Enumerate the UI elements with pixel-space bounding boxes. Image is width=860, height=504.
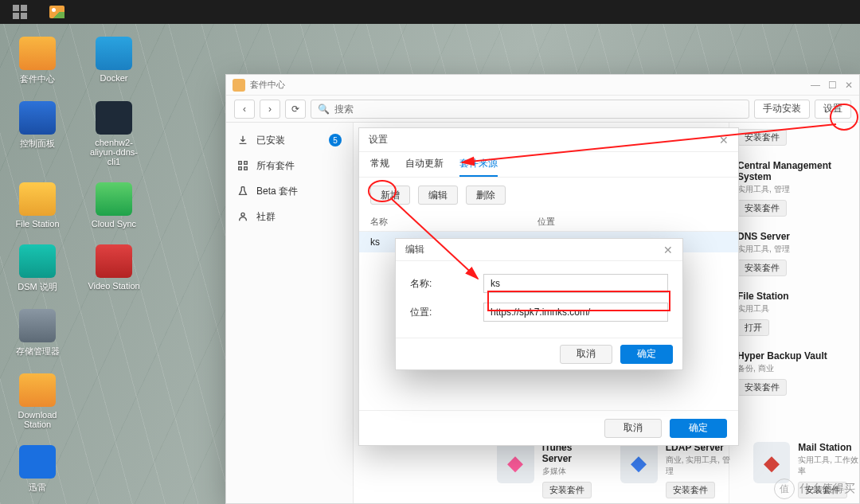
location-input[interactable] xyxy=(483,303,668,322)
app-icon xyxy=(233,79,245,92)
app-icon xyxy=(19,309,56,342)
svg-point-4 xyxy=(241,213,244,216)
search-input[interactable] xyxy=(334,104,742,115)
svg-rect-0 xyxy=(239,162,242,165)
desktop-icon[interactable]: Docker xyxy=(86,37,142,85)
package-icon: ◆ xyxy=(620,442,658,483)
desktop-icon[interactable]: 套件中心 xyxy=(10,37,65,85)
sidebar-item-label: Beta 套件 xyxy=(256,185,298,198)
desktop-icon[interactable]: Download Station xyxy=(10,373,65,429)
install-button[interactable]: 安装套件 xyxy=(666,482,715,498)
name-input[interactable] xyxy=(483,274,668,293)
tab[interactable]: 自动更新 xyxy=(405,157,444,177)
action-button[interactable]: 删除 xyxy=(466,186,506,205)
desktop-icon[interactable]: 迅雷 xyxy=(10,445,65,494)
install-button[interactable]: 打开 xyxy=(737,319,769,336)
modal-title: 设置 ✕ xyxy=(359,128,738,152)
watermark-logo-icon: 值 xyxy=(774,479,795,499)
icon-label: 迅雷 xyxy=(29,482,46,494)
sidebar-item-label: 社群 xyxy=(256,210,276,224)
install-button[interactable]: 安装套件 xyxy=(737,260,787,276)
app-icon xyxy=(19,373,56,407)
app-icon xyxy=(19,244,56,278)
ok-button[interactable]: 确定 xyxy=(620,345,673,364)
desktop-icon[interactable]: Video Station xyxy=(86,244,142,293)
package-tile[interactable]: ◆iTunes Server多媒体安装套件 xyxy=(497,442,598,498)
app-icon xyxy=(19,37,56,70)
sidebar-item-label: 所有套件 xyxy=(256,159,295,173)
app-icon xyxy=(19,182,56,216)
close-icon[interactable]: ✕ xyxy=(663,244,673,256)
install-button[interactable]: 安装套件 xyxy=(737,129,787,146)
package-block: File Station实用工具打开 xyxy=(737,291,851,336)
desktop-icon[interactable]: File Station xyxy=(10,182,65,229)
edit-modal: 编辑 ✕ 名称: 位置: 取消 确定 xyxy=(395,238,683,370)
table-header: 名称 位置 xyxy=(359,213,738,232)
sidebar-item[interactable]: Beta 套件 xyxy=(226,178,353,204)
gallery-icon[interactable] xyxy=(49,6,64,18)
modal-tabs: 常规自动更新套件来源 xyxy=(359,152,738,178)
package-name: Mail Station xyxy=(798,442,859,453)
action-button[interactable]: 编辑 xyxy=(418,186,458,205)
close-icon[interactable]: ✕ xyxy=(719,134,729,147)
app-icon xyxy=(96,182,132,216)
apps-icon[interactable] xyxy=(13,5,27,19)
back-button[interactable]: ‹ xyxy=(234,100,255,119)
install-button[interactable]: 安装套件 xyxy=(737,200,787,217)
tab[interactable]: 套件来源 xyxy=(459,157,498,177)
ok-button[interactable]: 确定 xyxy=(670,419,727,438)
icon-label: Download Station xyxy=(10,410,65,429)
install-button[interactable]: 安装套件 xyxy=(737,379,787,396)
package-category: 实用工具, 工作效率 xyxy=(798,455,859,477)
modal-footer: 取消 确定 xyxy=(359,410,738,445)
package-category: 实用工具, 管理 xyxy=(737,244,851,255)
package-block: DNS Server实用工具, 管理安装套件 xyxy=(737,231,851,276)
install-button[interactable]: 安装套件 xyxy=(542,482,592,498)
search-icon: 🔍 xyxy=(318,104,330,115)
desktop-icon[interactable]: chenhw2-aliyun-ddns-cli1 xyxy=(86,101,142,166)
package-category: 商业, 实用工具, 管理 xyxy=(666,455,731,477)
sidebar-item-label: 已安装 xyxy=(256,134,285,147)
svg-rect-2 xyxy=(239,167,242,170)
icon-label: Docker xyxy=(100,73,128,83)
name-label: 名称: xyxy=(410,277,483,291)
sidebar-item[interactable]: 所有套件 xyxy=(226,153,353,178)
badge: 5 xyxy=(329,134,342,147)
package-icon: ◆ xyxy=(497,442,534,483)
package-block: 安装套件 xyxy=(737,129,851,146)
app-icon xyxy=(96,101,132,135)
window-controls: — ☐ ✕ xyxy=(811,80,853,91)
desktop-icons: 套件中心Docker控制面板chenhw2-aliyun-ddns-cli1Fi… xyxy=(10,37,153,494)
sidebar-item[interactable]: 已安装5 xyxy=(226,127,353,153)
reload-button[interactable]: ⟳ xyxy=(285,100,306,119)
modal-buttons: 新增编辑删除 xyxy=(359,178,738,213)
icon-label: Cloud Sync xyxy=(92,219,136,229)
watermark: 值 什么值得买 xyxy=(774,479,855,499)
package-name: Hyper Backup Vault xyxy=(737,350,851,361)
package-block: Central Management System实用工具, 管理安装套件 xyxy=(737,160,851,217)
desktop-icon[interactable]: 存储管理器 xyxy=(10,309,65,357)
desktop-icon[interactable]: DSM 说明 xyxy=(10,244,65,293)
manual-install-button[interactable]: 手动安装 xyxy=(754,100,810,119)
desktop-icon[interactable]: 控制面板 xyxy=(10,101,65,166)
maximize-icon[interactable]: ☐ xyxy=(828,80,837,91)
tab[interactable]: 常规 xyxy=(370,157,389,177)
package-tile[interactable]: ◆LDAP Server商业, 实用工具, 管理安装套件 xyxy=(620,442,730,498)
search-field[interactable]: 🔍 xyxy=(311,100,749,119)
close-icon[interactable]: ✕ xyxy=(845,80,853,91)
package-category: 备份, 商业 xyxy=(737,363,851,374)
app-icon xyxy=(96,37,132,70)
cancel-button[interactable]: 取消 xyxy=(560,345,612,364)
app-icon xyxy=(96,244,132,278)
minimize-icon[interactable]: — xyxy=(811,80,820,91)
cancel-button[interactable]: 取消 xyxy=(604,419,662,438)
forward-button[interactable]: › xyxy=(260,100,280,119)
sidebar-item[interactable]: 社群 xyxy=(226,204,353,229)
svg-rect-1 xyxy=(244,162,248,165)
package-category: 多媒体 xyxy=(542,466,598,477)
settings-button[interactable]: 设置 xyxy=(815,100,851,119)
package-category: 实用工具 xyxy=(737,303,851,315)
window-titlebar: 套件中心 — ☐ ✕ xyxy=(226,75,859,96)
action-button[interactable]: 新增 xyxy=(370,186,410,205)
desktop-icon[interactable]: Cloud Sync xyxy=(86,182,142,229)
